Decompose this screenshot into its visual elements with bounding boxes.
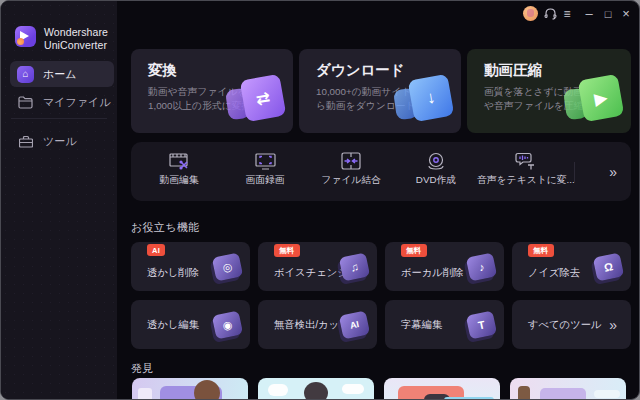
hero-card-title: ダウンロード (316, 61, 405, 80)
thumbnail-graphic (342, 384, 364, 394)
feature-silence-cut[interactable]: 無音検出/カット AI (258, 300, 377, 349)
thumbnail-graphic (268, 384, 288, 396)
feature-noise-removal[interactable]: 無料 ノイズ除去 Ω (512, 242, 631, 291)
tool-file-merge[interactable]: ファイル結合 (307, 142, 395, 201)
feature-vocal-remove[interactable]: 無料 ボーカル削除 ♪ (385, 242, 504, 291)
tool-screen-record[interactable]: 画面録画 (221, 142, 309, 201)
discover-thumbnail-2[interactable] (258, 378, 374, 400)
feature-label: 透かし削除 (147, 266, 199, 280)
feature-label: 無音検出/カット (274, 318, 350, 332)
free-badge: 無料 (274, 244, 300, 257)
noise-removal-icon: Ω (593, 252, 624, 281)
watermark-edit-icon: ◉ (212, 310, 243, 339)
tool-label: ファイル結合 (307, 174, 395, 187)
hero-card-title: 変換 (148, 61, 177, 80)
thumbnail-graphic (540, 388, 586, 400)
discover-section-title: 発見 (131, 361, 154, 376)
tool-label: 動画編集 (135, 174, 223, 187)
sidebar: Wondershare UniConverter ⌂ ホーム マイファイル ツー… (1, 1, 117, 399)
tool-dvd-create[interactable]: DVD作成 (392, 142, 480, 201)
folder-icon (17, 94, 34, 111)
menu-icon[interactable]: ≡ (559, 5, 575, 22)
feature-all-tools[interactable]: すべてのツール » (512, 300, 631, 349)
feature-label: 透かし編集 (147, 318, 199, 332)
dvd-create-icon (425, 151, 447, 171)
free-badge: 無料 (528, 244, 554, 257)
uniconverter-logo-icon (15, 26, 36, 47)
toolbox-icon (17, 133, 34, 150)
feature-label: 字幕編集 (401, 318, 442, 332)
screen-record-icon (254, 151, 276, 171)
avatar-figure (527, 9, 534, 17)
brand-line2: UniConverter (44, 39, 108, 52)
feature-watermark-remove[interactable]: AI 透かし削除 ◎ (131, 242, 250, 291)
sidebar-divider (11, 118, 107, 119)
file-merge-icon (340, 151, 362, 171)
feature-label: ボーカル削除 (401, 266, 464, 280)
feature-watermark-edit[interactable]: 透かし編集 ◉ (131, 300, 250, 349)
tool-speech-to-text[interactable]: 音声をテキストに変... (477, 142, 573, 201)
strip-divider (574, 162, 575, 182)
ai-badge: AI (147, 244, 165, 256)
home-icon: ⌂ (17, 66, 34, 83)
thumbnail-person (194, 380, 220, 400)
vocal-remove-icon: ♪ (466, 252, 497, 281)
brand-line1: Wondershare (44, 26, 108, 39)
hero-card-compress[interactable]: 動画圧縮 画質を落とさずに動画や音声ファイルを圧縮 ▶ (467, 49, 631, 133)
quick-tools-strip: 動画編集 画面録画 ファイル結合 DVD作成 音声をテキストに変... (131, 142, 631, 201)
thumbnail-graphic (594, 390, 620, 398)
speech-to-text-icon (514, 151, 536, 171)
tool-label: DVD作成 (392, 174, 480, 187)
convert-camcorder-icon: ⇄ (227, 75, 285, 127)
sidebar-item-home[interactable]: ⌂ ホーム (10, 61, 114, 87)
feature-label: すべてのツール (528, 318, 602, 332)
silence-cut-icon: AI (339, 310, 370, 339)
hero-card-convert[interactable]: 変換 動画や音声ファイルを1,000以上の形式に変換 ⇄ (131, 49, 293, 133)
watermark-remove-icon: ◎ (212, 252, 243, 281)
tool-label: 音声をテキストに変... (477, 174, 573, 187)
tool-label: 画面録画 (221, 174, 309, 187)
sidebar-item-label: マイファイル (43, 95, 111, 110)
discover-thumbnail-1[interactable] (132, 378, 248, 400)
hero-card-title: 動画圧縮 (484, 61, 542, 80)
maximize-button[interactable]: □ (600, 5, 616, 22)
screen: Wondershare UniConverter ⌂ ホーム マイファイル ツー… (0, 0, 640, 400)
close-button[interactable]: × (618, 5, 634, 22)
user-avatar[interactable] (523, 6, 538, 21)
video-edit-icon (168, 151, 190, 171)
features-section-title: お役立ち機能 (131, 220, 199, 235)
uniconverter-window: Wondershare UniConverter ⌂ ホーム マイファイル ツー… (0, 0, 640, 400)
hero-card-download[interactable]: ダウンロード 10,000+の動画サイトから動画をダウンロード ↓ (299, 49, 461, 133)
free-badge: 無料 (401, 244, 427, 257)
discover-thumbnail-4[interactable] (510, 378, 626, 400)
all-tools-chevron-icon: » (609, 317, 617, 333)
thumbnail-graphic (138, 388, 152, 400)
thumbnail-person (304, 382, 328, 400)
thumbnail-person (518, 386, 530, 400)
feature-subtitle-edit[interactable]: 字幕編集 T (385, 300, 504, 349)
compress-video-icon: ▶ (565, 75, 623, 127)
app-title: Wondershare UniConverter (44, 26, 108, 52)
app-brand: Wondershare UniConverter (15, 26, 108, 52)
minimize-button[interactable]: – (581, 5, 597, 22)
support-headset-icon[interactable] (542, 5, 558, 22)
sidebar-item-my-files[interactable]: マイファイル (10, 89, 114, 115)
feature-voice-changer[interactable]: 無料 ボイスチェンジャー ♫ (258, 242, 377, 291)
sidebar-item-tools[interactable]: ツール (10, 128, 114, 154)
subtitle-edit-icon: T (466, 310, 497, 339)
tool-video-edit[interactable]: 動画編集 (135, 142, 223, 201)
more-tools-chevron-icon[interactable]: » (609, 142, 617, 201)
voice-changer-icon: ♫ (339, 252, 370, 281)
download-3d-icon: ↓ (395, 75, 453, 127)
sidebar-item-label: ツール (43, 134, 77, 149)
sidebar-item-label: ホーム (43, 67, 77, 82)
feature-label: ノイズ除去 (528, 266, 580, 280)
discover-thumbnail-3[interactable] (384, 378, 500, 400)
